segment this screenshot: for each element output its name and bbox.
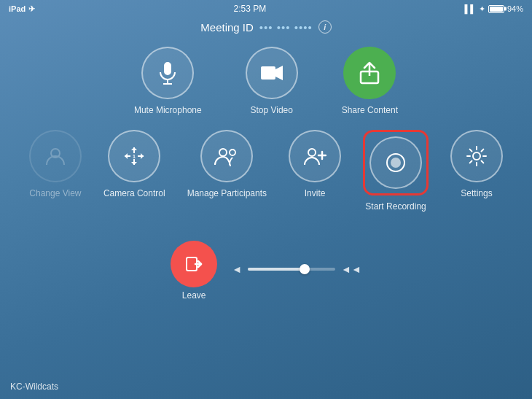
- leave-icon: [184, 254, 204, 274]
- change-view-label: Change View: [29, 188, 81, 198]
- battery-icon: [488, 5, 504, 13]
- svg-text:1: 1: [133, 154, 136, 159]
- volume-high-icon: ◄◄: [341, 263, 361, 275]
- signal-icon: ▌▌: [464, 4, 476, 13]
- start-recording-button[interactable]: Start Recording: [363, 130, 429, 212]
- airplane-icon: ✈: [28, 4, 35, 14]
- share-content-label: Share Content: [342, 105, 398, 115]
- meeting-id-bar: Meeting ID ••• ••• •••• i: [0, 18, 532, 39]
- volume-control[interactable]: ◄ ◄◄: [232, 263, 361, 275]
- top-row: Mute Microphone Stop Video Share Cont: [22, 47, 510, 115]
- volume-slider[interactable]: [248, 268, 335, 271]
- camera-control-label: Camera Control: [103, 188, 165, 198]
- start-recording-circle: [369, 136, 422, 189]
- mute-label: Mute Microphone: [134, 105, 202, 115]
- volume-low-icon: ◄: [232, 263, 242, 275]
- svg-marker-4: [275, 66, 283, 80]
- change-view-circle: [29, 130, 82, 182]
- bluetooth-icon: ✦: [479, 4, 485, 14]
- svg-point-13: [219, 149, 227, 156]
- bottom-label: KC-Wildcats: [10, 381, 58, 392]
- video-icon: [259, 63, 284, 82]
- share-icon: [358, 61, 381, 85]
- invite-label: Invite: [305, 188, 326, 198]
- meeting-id-label: Meeting ID: [200, 21, 254, 34]
- mute-microphone-button[interactable]: Mute Microphone: [134, 47, 202, 115]
- info-icon[interactable]: i: [318, 20, 332, 34]
- record-icon: [385, 152, 407, 174]
- leave-area: Leave ◄ ◄◄: [0, 241, 532, 301]
- leave-button[interactable]: [171, 241, 217, 287]
- camera-arrows-icon: 1: [122, 146, 146, 166]
- main-content: Mute Microphone Stop Video Share Cont: [0, 39, 532, 233]
- status-right: ▌▌ ✦ 94%: [464, 4, 523, 14]
- stop-video-label: Stop Video: [250, 105, 293, 115]
- share-content-circle: [343, 47, 396, 99]
- avatar-icon: [44, 145, 66, 167]
- mic-icon: [157, 61, 179, 85]
- svg-point-20: [473, 152, 480, 160]
- manage-participants-circle: [200, 130, 253, 182]
- svg-point-15: [308, 149, 316, 156]
- stop-video-button[interactable]: Stop Video: [246, 47, 298, 115]
- invite-icon: [303, 146, 326, 166]
- status-bar: iPad ✈ 2:53 PM ▌▌ ✦ 94%: [0, 0, 532, 18]
- status-left: iPad ✈: [9, 4, 35, 14]
- slider-thumb[interactable]: [300, 264, 310, 274]
- settings-button[interactable]: Settings: [450, 130, 503, 212]
- start-recording-label: Start Recording: [365, 201, 426, 212]
- change-view-button: Change View: [29, 130, 82, 212]
- svg-rect-3: [261, 66, 275, 80]
- stop-video-circle: [246, 47, 298, 99]
- manage-participants-button[interactable]: Manage Participants: [187, 130, 267, 212]
- status-time: 2:53 PM: [233, 4, 266, 14]
- leave-label: Leave: [182, 290, 206, 301]
- share-content-button[interactable]: Share Content: [342, 47, 398, 115]
- camera-control-circle: 1: [108, 130, 160, 182]
- mute-circle: [141, 47, 194, 99]
- recording-highlight: [363, 130, 429, 195]
- settings-label: Settings: [461, 188, 492, 198]
- svg-rect-0: [164, 62, 171, 75]
- svg-point-14: [230, 150, 235, 155]
- bottom-row: Change View 1: [22, 130, 510, 212]
- slider-fill: [248, 268, 305, 271]
- manage-participants-label: Manage Participants: [187, 188, 267, 198]
- participants-icon: [214, 146, 240, 166]
- svg-point-19: [391, 158, 401, 168]
- invite-button[interactable]: Invite: [289, 130, 341, 212]
- gear-icon: [466, 145, 488, 167]
- invite-circle: [289, 130, 341, 182]
- settings-circle: [450, 130, 503, 182]
- ipad-label: iPad: [9, 4, 26, 13]
- camera-control-button[interactable]: 1 Camera Control: [103, 130, 165, 212]
- meeting-id-value: ••• ••• ••••: [259, 21, 313, 34]
- battery-percent: 94%: [507, 4, 523, 13]
